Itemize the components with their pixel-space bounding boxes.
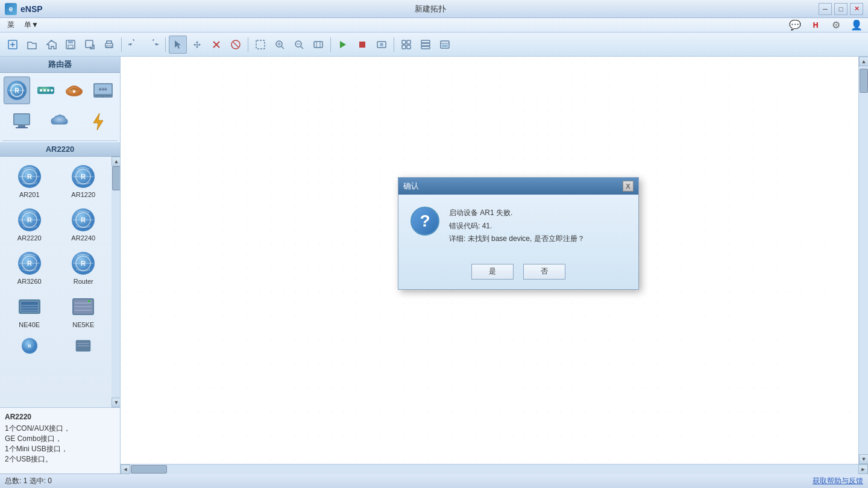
huawei-button[interactable]: H <box>807 16 825 34</box>
svg-rect-30 <box>402 40 406 44</box>
status-count: 总数: 1 选中: 0 <box>5 476 52 486</box>
select-button[interactable] <box>169 36 187 54</box>
canvas-row: R AR2220-AR1 确认 X ? 启动设备 AR1 失败. 错误代码: 4… <box>121 57 868 464</box>
open-button[interactable] <box>23 36 41 54</box>
zoom-custom-button[interactable] <box>309 36 327 54</box>
sidebar-device-NE5KE[interactable]: NE5KE <box>58 290 110 331</box>
minimize-button[interactable]: ─ <box>819 3 832 15</box>
sidebar-type-misc[interactable]: ≡≡≡ <box>90 77 116 104</box>
delete2-button[interactable] <box>227 36 245 54</box>
capture-button[interactable] <box>373 36 391 54</box>
sidebar-scroll-up[interactable]: ▲ <box>112 157 120 166</box>
save-button[interactable] <box>61 36 80 54</box>
window-title: 新建拓扑 <box>43 4 819 14</box>
topo2-button[interactable] <box>417 36 435 54</box>
redo-button[interactable] <box>144 36 162 54</box>
dialog-message-line2: 错误代码: 41. <box>449 220 626 233</box>
svg-rect-33 <box>407 45 410 49</box>
canvas-scroll-thumb[interactable] <box>860 69 868 93</box>
sidebar-device-AR201[interactable]: R AR201 <box>4 160 55 201</box>
canvas-vscrollbar[interactable]: ▲ ▼ <box>858 57 868 464</box>
close-button[interactable]: ✕ <box>850 3 863 15</box>
sidebar-scroll-down[interactable]: ▼ <box>112 398 120 407</box>
svg-point-46 <box>47 89 49 92</box>
canvas-scroll-right[interactable]: ► <box>858 465 868 474</box>
sidebar-desc-title: AR2220 <box>5 413 115 421</box>
canvas-hscrollbar[interactable]: ◄ ► <box>121 464 868 474</box>
stop-button[interactable] <box>353 36 371 54</box>
canvas-scroll-down[interactable]: ▼ <box>859 454 868 464</box>
sidebar-device-dev9[interactable]: R <box>4 334 55 358</box>
sidebar-scroll-thumb[interactable] <box>112 166 120 190</box>
canvas-hscroll-thumb[interactable] <box>131 465 167 474</box>
sidebar-type-wireless[interactable] <box>61 77 88 104</box>
pan-button[interactable] <box>188 36 206 54</box>
zoom-fit-button[interactable] <box>271 36 289 54</box>
window-controls: ─ □ ✕ <box>819 3 863 15</box>
sidebar-description: AR2220 1个CON/AUX接口， GE Combo接口， 1个Mini U… <box>0 407 120 474</box>
toolbar-sep-1 <box>121 37 122 52</box>
sidebar-type-router[interactable]: R <box>4 77 30 104</box>
toolbar <box>0 33 868 57</box>
dialog-yes-button[interactable]: 是 <box>471 264 514 280</box>
svg-marker-59 <box>93 113 103 130</box>
svg-rect-35 <box>421 43 430 46</box>
screenshot-button[interactable] <box>436 36 454 54</box>
zoom-in-button[interactable] <box>290 36 308 54</box>
sidebar-type-pc[interactable] <box>4 108 40 136</box>
sidebar-device-AR1220[interactable]: R AR1220 <box>58 160 110 201</box>
sidebar-scrollbar: ▲ ▼ <box>112 157 120 407</box>
connection-button[interactable] <box>251 36 269 54</box>
sidebar-device-Router[interactable]: R Router <box>58 247 110 288</box>
dialog-no-button[interactable]: 否 <box>523 264 565 280</box>
sidebar-divider <box>2 140 118 141</box>
dialog-close-button[interactable]: X <box>623 181 634 192</box>
svg-point-45 <box>43 89 46 92</box>
sidebar-type-switch[interactable] <box>33 77 59 104</box>
sidebar-type-cloud[interactable] <box>42 108 78 136</box>
sidebar-device-grid: R AR201 R AR1220 <box>0 157 120 361</box>
print-button[interactable] <box>100 36 118 54</box>
sidebar-device-NE40E[interactable]: NE40E <box>4 290 55 331</box>
chat-button[interactable]: 💬 <box>786 16 804 34</box>
svg-text:R: R <box>27 216 32 224</box>
svg-text:R: R <box>81 216 86 224</box>
svg-rect-58 <box>16 127 28 128</box>
svg-text:R: R <box>81 260 86 267</box>
status-link[interactable]: 获取帮助与反馈 <box>813 476 863 486</box>
play-button[interactable] <box>334 36 352 54</box>
svg-rect-23 <box>314 42 322 48</box>
sidebar-device-list[interactable]: ▲ ▼ R AR <box>0 157 120 407</box>
user-button[interactable]: 👤 <box>848 16 866 34</box>
app-logo-icon: e <box>5 3 17 15</box>
statusbar: 总数: 1 选中: 0 获取帮助与反馈 <box>0 474 868 488</box>
sidebar-device-AR2240[interactable]: R AR2240 <box>58 204 110 245</box>
menu-item-0[interactable]: 菜 <box>2 19 19 31</box>
sidebar-type-lightning[interactable] <box>80 108 116 136</box>
titlebar: e eNSP 新建拓扑 ─ □ ✕ <box>0 0 868 18</box>
settings-button[interactable]: ⚙ <box>827 16 845 34</box>
new-button[interactable] <box>4 36 22 54</box>
delete-button[interactable] <box>207 36 225 54</box>
canvas-wrapper: R AR2220-AR1 确认 X ? 启动设备 AR1 失败. 错误代码: 4… <box>121 57 868 474</box>
sidebar-device-AR3260[interactable]: R AR3260 <box>4 247 55 288</box>
maximize-button[interactable]: □ <box>834 3 848 15</box>
svg-rect-4 <box>68 40 73 43</box>
confirm-dialog[interactable]: 确认 X ? 启动设备 AR1 失败. 错误代码: 41. 详细: 未找到 ba… <box>398 177 639 290</box>
sidebar: 路由器 R <box>0 57 121 474</box>
canvas-scroll-left[interactable]: ◄ <box>121 465 130 474</box>
save-as-button[interactable] <box>81 36 99 54</box>
canvas-area[interactable]: R AR2220-AR1 确认 X ? 启动设备 AR1 失败. 错误代码: 4… <box>121 57 858 464</box>
menu-item-1[interactable]: 单▼ <box>19 19 43 31</box>
toolbar-sep-2 <box>165 37 166 52</box>
canvas-hscroll-track <box>130 465 858 474</box>
sidebar-device-AR2220[interactable]: R AR2220 <box>4 204 55 245</box>
sidebar-scroll-track <box>112 166 120 398</box>
sidebar-device-dev10[interactable] <box>58 334 110 358</box>
svg-text:R: R <box>14 87 19 94</box>
canvas-scroll-track <box>859 66 868 454</box>
topo1-button[interactable] <box>397 36 415 54</box>
undo-button[interactable] <box>125 36 143 54</box>
home-button[interactable] <box>42 36 60 54</box>
canvas-scroll-up[interactable]: ▲ <box>859 57 868 66</box>
